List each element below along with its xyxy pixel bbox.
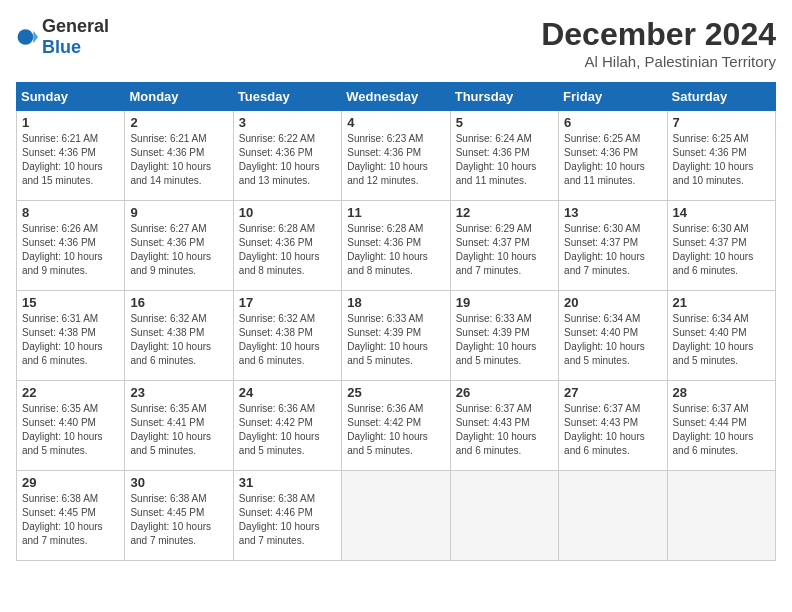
day-info: Sunrise: 6:23 AMSunset: 4:36 PMDaylight:… [347,133,428,186]
day-info: Sunrise: 6:29 AMSunset: 4:37 PMDaylight:… [456,223,537,276]
col-thursday: Thursday [450,83,558,111]
day-number: 25 [347,385,444,400]
day-info: Sunrise: 6:38 AMSunset: 4:46 PMDaylight:… [239,493,320,546]
table-row: 5Sunrise: 6:24 AMSunset: 4:36 PMDaylight… [450,111,558,201]
day-number: 13 [564,205,661,220]
day-info: Sunrise: 6:26 AMSunset: 4:36 PMDaylight:… [22,223,103,276]
logo-icon [16,26,38,48]
day-info: Sunrise: 6:27 AMSunset: 4:36 PMDaylight:… [130,223,211,276]
day-number: 18 [347,295,444,310]
table-row: 22Sunrise: 6:35 AMSunset: 4:40 PMDayligh… [17,381,125,471]
calendar-header-row: Sunday Monday Tuesday Wednesday Thursday… [17,83,776,111]
calendar-week-row: 15Sunrise: 6:31 AMSunset: 4:38 PMDayligh… [17,291,776,381]
table-row: 2Sunrise: 6:21 AMSunset: 4:36 PMDaylight… [125,111,233,201]
day-number: 15 [22,295,119,310]
table-row: 30Sunrise: 6:38 AMSunset: 4:45 PMDayligh… [125,471,233,561]
day-info: Sunrise: 6:36 AMSunset: 4:42 PMDaylight:… [347,403,428,456]
day-number: 9 [130,205,227,220]
day-number: 6 [564,115,661,130]
table-row: 4Sunrise: 6:23 AMSunset: 4:36 PMDaylight… [342,111,450,201]
col-monday: Monday [125,83,233,111]
col-tuesday: Tuesday [233,83,341,111]
table-row: 27Sunrise: 6:37 AMSunset: 4:43 PMDayligh… [559,381,667,471]
table-row: 24Sunrise: 6:36 AMSunset: 4:42 PMDayligh… [233,381,341,471]
day-info: Sunrise: 6:28 AMSunset: 4:36 PMDaylight:… [347,223,428,276]
day-number: 23 [130,385,227,400]
day-info: Sunrise: 6:21 AMSunset: 4:36 PMDaylight:… [22,133,103,186]
table-row: 23Sunrise: 6:35 AMSunset: 4:41 PMDayligh… [125,381,233,471]
day-number: 31 [239,475,336,490]
day-info: Sunrise: 6:25 AMSunset: 4:36 PMDaylight:… [673,133,754,186]
day-info: Sunrise: 6:24 AMSunset: 4:36 PMDaylight:… [456,133,537,186]
table-row: 10Sunrise: 6:28 AMSunset: 4:36 PMDayligh… [233,201,341,291]
location-title: Al Hilah, Palestinian Territory [541,53,776,70]
table-row: 20Sunrise: 6:34 AMSunset: 4:40 PMDayligh… [559,291,667,381]
table-row: 9Sunrise: 6:27 AMSunset: 4:36 PMDaylight… [125,201,233,291]
day-number: 30 [130,475,227,490]
table-row: 15Sunrise: 6:31 AMSunset: 4:38 PMDayligh… [17,291,125,381]
day-info: Sunrise: 6:30 AMSunset: 4:37 PMDaylight:… [564,223,645,276]
table-row [342,471,450,561]
day-number: 16 [130,295,227,310]
table-row: 13Sunrise: 6:30 AMSunset: 4:37 PMDayligh… [559,201,667,291]
table-row: 1Sunrise: 6:21 AMSunset: 4:36 PMDaylight… [17,111,125,201]
table-row [450,471,558,561]
table-row: 19Sunrise: 6:33 AMSunset: 4:39 PMDayligh… [450,291,558,381]
day-info: Sunrise: 6:37 AMSunset: 4:44 PMDaylight:… [673,403,754,456]
table-row: 18Sunrise: 6:33 AMSunset: 4:39 PMDayligh… [342,291,450,381]
day-number: 8 [22,205,119,220]
day-number: 2 [130,115,227,130]
table-row: 14Sunrise: 6:30 AMSunset: 4:37 PMDayligh… [667,201,775,291]
day-info: Sunrise: 6:21 AMSunset: 4:36 PMDaylight:… [130,133,211,186]
day-info: Sunrise: 6:33 AMSunset: 4:39 PMDaylight:… [456,313,537,366]
logo-general: General [42,16,109,36]
day-info: Sunrise: 6:34 AMSunset: 4:40 PMDaylight:… [673,313,754,366]
day-info: Sunrise: 6:35 AMSunset: 4:41 PMDaylight:… [130,403,211,456]
svg-point-0 [18,29,34,45]
table-row: 29Sunrise: 6:38 AMSunset: 4:45 PMDayligh… [17,471,125,561]
calendar-week-row: 29Sunrise: 6:38 AMSunset: 4:45 PMDayligh… [17,471,776,561]
logo: General Blue [16,16,109,58]
table-row: 8Sunrise: 6:26 AMSunset: 4:36 PMDaylight… [17,201,125,291]
day-info: Sunrise: 6:35 AMSunset: 4:40 PMDaylight:… [22,403,103,456]
day-number: 7 [673,115,770,130]
title-area: December 2024 Al Hilah, Palestinian Terr… [541,16,776,70]
day-info: Sunrise: 6:32 AMSunset: 4:38 PMDaylight:… [130,313,211,366]
day-info: Sunrise: 6:38 AMSunset: 4:45 PMDaylight:… [22,493,103,546]
day-number: 20 [564,295,661,310]
month-title: December 2024 [541,16,776,53]
day-number: 26 [456,385,553,400]
day-number: 17 [239,295,336,310]
day-number: 24 [239,385,336,400]
day-number: 14 [673,205,770,220]
day-info: Sunrise: 6:37 AMSunset: 4:43 PMDaylight:… [456,403,537,456]
day-info: Sunrise: 6:34 AMSunset: 4:40 PMDaylight:… [564,313,645,366]
day-number: 5 [456,115,553,130]
col-wednesday: Wednesday [342,83,450,111]
day-info: Sunrise: 6:22 AMSunset: 4:36 PMDaylight:… [239,133,320,186]
day-number: 11 [347,205,444,220]
header: General Blue December 2024 Al Hilah, Pal… [16,16,776,70]
table-row: 7Sunrise: 6:25 AMSunset: 4:36 PMDaylight… [667,111,775,201]
table-row: 11Sunrise: 6:28 AMSunset: 4:36 PMDayligh… [342,201,450,291]
day-info: Sunrise: 6:31 AMSunset: 4:38 PMDaylight:… [22,313,103,366]
table-row: 28Sunrise: 6:37 AMSunset: 4:44 PMDayligh… [667,381,775,471]
day-number: 29 [22,475,119,490]
day-number: 10 [239,205,336,220]
calendar-week-row: 22Sunrise: 6:35 AMSunset: 4:40 PMDayligh… [17,381,776,471]
day-number: 1 [22,115,119,130]
day-info: Sunrise: 6:32 AMSunset: 4:38 PMDaylight:… [239,313,320,366]
table-row: 12Sunrise: 6:29 AMSunset: 4:37 PMDayligh… [450,201,558,291]
day-info: Sunrise: 6:38 AMSunset: 4:45 PMDaylight:… [130,493,211,546]
day-number: 27 [564,385,661,400]
calendar-week-row: 8Sunrise: 6:26 AMSunset: 4:36 PMDaylight… [17,201,776,291]
col-saturday: Saturday [667,83,775,111]
col-sunday: Sunday [17,83,125,111]
calendar-week-row: 1Sunrise: 6:21 AMSunset: 4:36 PMDaylight… [17,111,776,201]
day-info: Sunrise: 6:33 AMSunset: 4:39 PMDaylight:… [347,313,428,366]
day-number: 28 [673,385,770,400]
day-number: 4 [347,115,444,130]
day-info: Sunrise: 6:36 AMSunset: 4:42 PMDaylight:… [239,403,320,456]
table-row [559,471,667,561]
table-row: 25Sunrise: 6:36 AMSunset: 4:42 PMDayligh… [342,381,450,471]
